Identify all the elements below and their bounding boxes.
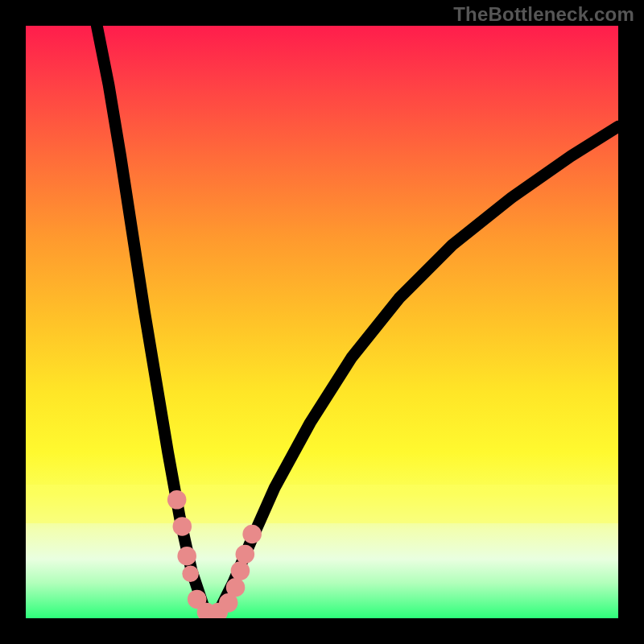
data-dot: [177, 547, 196, 566]
data-dot: [231, 561, 250, 580]
data-dot: [226, 578, 246, 597]
curve-layer: [26, 26, 618, 618]
data-dot: [182, 565, 199, 582]
data-dot: [242, 525, 262, 544]
data-dot: [173, 517, 192, 536]
plot-area: [26, 26, 618, 618]
right-curve: [209, 126, 618, 618]
left-curve: [97, 26, 209, 618]
data-dot: [236, 545, 255, 564]
data-dot: [167, 490, 187, 510]
watermark-text: TheBottleneck.com: [453, 3, 634, 26]
chart-frame: TheBottleneck.com: [0, 0, 644, 644]
